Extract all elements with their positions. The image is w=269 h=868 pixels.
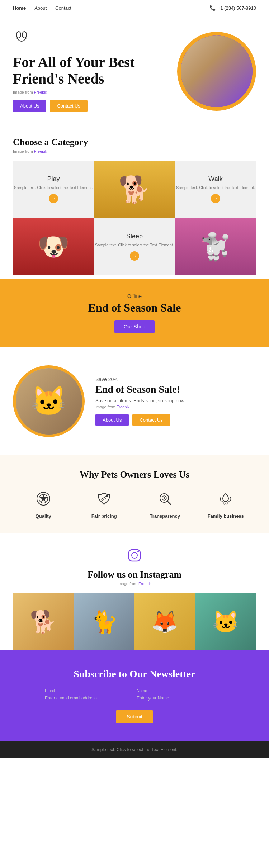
end-season-section: 🐱 Save 20% End of Season Sale! Save on a… bbox=[0, 347, 269, 455]
category-play-title: Play bbox=[47, 175, 60, 183]
hero-image-credit: Image from Freepik bbox=[13, 90, 166, 94]
why-grid: Quality Fair pricing bbox=[13, 491, 256, 519]
end-season-buttons: About Us Contact Us bbox=[95, 414, 185, 426]
navigation: Home About Contact 📞 +1 (234) 567-8910 bbox=[0, 0, 269, 16]
category-card-walk: Walk Sample text. Click to select the Te… bbox=[175, 161, 256, 218]
category-play-text: Sample text. Click to select the Text El… bbox=[14, 185, 93, 190]
name-label: Name bbox=[137, 688, 224, 693]
submit-button[interactable]: Submit bbox=[116, 710, 153, 723]
sale-banner-section: Offline End of Season Sale Our Shop bbox=[0, 279, 269, 347]
category-play-arrow[interactable]: → bbox=[49, 194, 58, 203]
category-walk-text: Sample text. Click to select the Text El… bbox=[176, 185, 255, 190]
why-item-transparency: Transparency bbox=[143, 491, 187, 519]
category-grid: Play Sample text. Click to select the Te… bbox=[13, 161, 256, 275]
hero-contact-button[interactable]: Contact Us bbox=[50, 100, 87, 112]
fair-pricing-icon bbox=[96, 491, 112, 510]
hero-content: For All of Your Best Friend's Needs Imag… bbox=[13, 30, 166, 112]
hero-about-button[interactable]: About Us bbox=[13, 100, 46, 112]
end-season-image-inner: 🐱 bbox=[16, 368, 82, 435]
category-card-sleep: Sleep Sample text. Click to select the T… bbox=[94, 218, 175, 275]
category-title: Choose a Category bbox=[13, 137, 256, 148]
category-sleep-text: Sample text. Click to select the Text El… bbox=[95, 242, 174, 248]
end-season-image: 🐱 bbox=[13, 365, 85, 437]
svg-point-7 bbox=[164, 497, 165, 499]
family-business-icon bbox=[218, 491, 233, 510]
name-field-wrap: Name bbox=[137, 688, 224, 703]
email-label: Email bbox=[45, 688, 132, 693]
end-season-title: End of Season Sale! bbox=[95, 384, 185, 395]
instagram-photo-1[interactable]: 🐕 bbox=[13, 593, 74, 650]
why-item-family-business: Family business bbox=[204, 491, 247, 519]
why-title: Why Pets Owners Loves Us bbox=[13, 469, 256, 480]
why-item-quality: Quality bbox=[22, 491, 65, 519]
instagram-icon bbox=[13, 547, 256, 566]
hero-image-inner bbox=[181, 35, 253, 107]
end-season-credit: Image from Freepik bbox=[95, 405, 185, 409]
category-sleep-arrow[interactable]: → bbox=[130, 251, 139, 261]
fair-pricing-label: Fair pricing bbox=[91, 513, 117, 519]
nav-contact[interactable]: Contact bbox=[55, 5, 71, 11]
name-input[interactable] bbox=[137, 693, 224, 703]
end-season-content: Save 20% End of Season Sale! Save on all… bbox=[95, 376, 185, 426]
email-field-wrap: Email bbox=[45, 688, 132, 703]
transparency-label: Transparency bbox=[150, 513, 180, 519]
hero-section: For All of Your Best Friend's Needs Imag… bbox=[0, 16, 269, 123]
instagram-credit: Image from Freepik bbox=[13, 582, 256, 586]
hero-image bbox=[177, 32, 256, 111]
instagram-photo-2[interactable]: 🐈 bbox=[74, 593, 135, 650]
newsletter-title: Subscribe to Our Newsletter bbox=[13, 668, 256, 680]
svg-point-9 bbox=[132, 552, 137, 558]
shop-button[interactable]: Our Shop bbox=[114, 320, 155, 333]
end-season-desc: Save on all items. Ends soon, so shop no… bbox=[95, 398, 185, 403]
instagram-grid: 🐕 🐈 🦊 🐱 bbox=[13, 593, 256, 650]
category-sleep-title: Sleep bbox=[126, 233, 143, 240]
category-credit: Image from Freepik bbox=[13, 149, 256, 153]
es-contact-button[interactable]: Contact Us bbox=[132, 414, 170, 426]
quality-icon bbox=[36, 491, 51, 510]
svg-point-1 bbox=[22, 32, 27, 38]
sale-title: End of Season Sale bbox=[13, 301, 256, 314]
category-image-golden: 🐩 bbox=[175, 218, 256, 275]
why-section: Why Pets Owners Loves Us Quality bbox=[0, 455, 269, 533]
es-about-button[interactable]: About Us bbox=[95, 414, 129, 426]
hero-title: For All of Your Best Friend's Needs bbox=[13, 54, 166, 87]
footer: Sample text. Click to select the Text El… bbox=[0, 741, 269, 758]
category-card-play: Play Sample text. Click to select the Te… bbox=[13, 161, 94, 218]
category-walk-arrow[interactable]: → bbox=[211, 194, 220, 203]
instagram-photo-3[interactable]: 🦊 bbox=[134, 593, 195, 650]
category-image-beagle: 🐕 bbox=[94, 161, 175, 218]
quality-label: Quality bbox=[36, 513, 51, 519]
category-image-bulldog: 🐶 bbox=[13, 218, 94, 275]
nav-about[interactable]: About bbox=[34, 5, 47, 11]
nav-home[interactable]: Home bbox=[13, 5, 26, 11]
svg-point-0 bbox=[16, 32, 21, 38]
category-walk-title: Walk bbox=[208, 175, 222, 183]
instagram-title: Follow us on Instagram bbox=[13, 569, 256, 580]
newsletter-form: Email Name Submit bbox=[45, 688, 224, 723]
footer-text: Sample text. Click to select the Text El… bbox=[91, 747, 178, 752]
email-input[interactable] bbox=[45, 693, 132, 703]
svg-point-10 bbox=[137, 551, 139, 552]
instagram-section: Follow us on Instagram Image from Freepi… bbox=[0, 533, 269, 650]
transparency-icon bbox=[157, 491, 173, 510]
instagram-photo-4[interactable]: 🐱 bbox=[195, 593, 256, 650]
category-section: Choose a Category Image from Freepik Pla… bbox=[0, 123, 269, 279]
end-season-save: Save 20% bbox=[95, 376, 185, 382]
nav-links: Home About Contact bbox=[13, 5, 71, 11]
why-item-fair-pricing: Fair pricing bbox=[82, 491, 126, 519]
submit-wrap: Submit bbox=[45, 707, 224, 723]
hero-logo-icon bbox=[13, 30, 166, 51]
sale-subtitle: Offline bbox=[13, 293, 256, 299]
newsletter-fields-row: Email Name bbox=[45, 688, 224, 703]
hero-buttons: About Us Contact Us bbox=[13, 100, 166, 112]
family-business-label: Family business bbox=[208, 513, 244, 519]
phone-number: 📞 +1 (234) 567-8910 bbox=[209, 5, 256, 11]
phone-icon: 📞 bbox=[209, 5, 216, 11]
newsletter-section: Subscribe to Our Newsletter Email Name S… bbox=[0, 650, 269, 741]
